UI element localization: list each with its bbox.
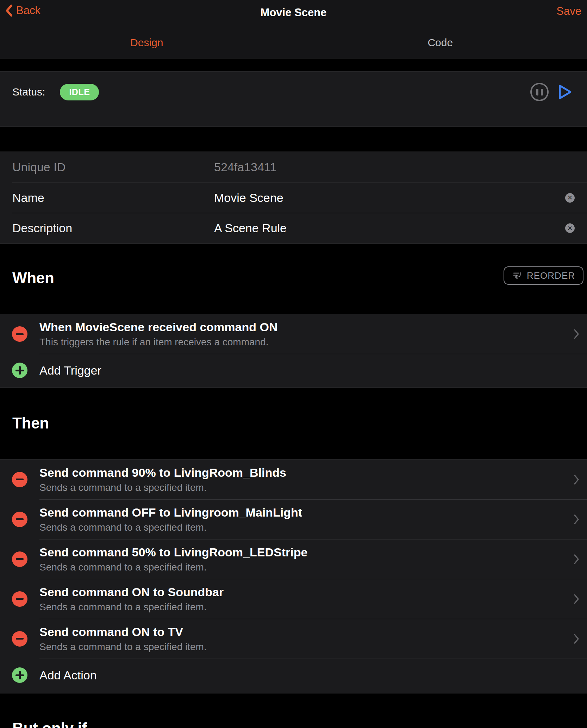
action-title: Send command OFF to Livingroom_MainLight <box>39 505 562 519</box>
icon-col <box>0 472 39 487</box>
trigger-row[interactable]: When MovieScene received command ON This… <box>0 314 587 354</box>
description-label: Description <box>12 221 214 235</box>
minus-icon <box>16 479 24 480</box>
action-row[interactable]: Send command 50% to LivingRoom_LEDStripe… <box>0 539 587 579</box>
reorder-icon <box>512 271 522 280</box>
page-title: Movie Scene <box>0 6 587 19</box>
trigger-title: When MovieScene received command ON <box>39 320 562 334</box>
unique-id-label: Unique ID <box>12 160 214 174</box>
action-text: Send command ON to Soundbar Sends a comm… <box>39 585 587 613</box>
clear-name-button[interactable]: ✕ <box>565 193 575 203</box>
remove-action-button[interactable] <box>12 512 27 527</box>
icon-col <box>0 363 39 378</box>
save-button[interactable]: Save <box>556 5 581 18</box>
but-only-if-heading: But only if <box>12 719 87 728</box>
name-field[interactable]: Movie Scene <box>214 191 565 205</box>
chevron-right-icon <box>574 514 579 525</box>
name-label: Name <box>12 191 214 205</box>
action-text: Send command OFF to Livingroom_MainLight… <box>39 505 587 533</box>
rule-form-card: Unique ID 524fa13411 Name Movie Scene ✕ … <box>0 152 587 244</box>
trigger-text: When MovieScene received command ON This… <box>39 320 587 348</box>
remove-action-button[interactable] <box>12 631 27 647</box>
play-button[interactable] <box>558 84 573 100</box>
action-subtitle: Sends a command to a specified item. <box>39 561 562 573</box>
tab-bar: Design Code <box>0 27 587 58</box>
icon-col <box>0 631 39 647</box>
remove-action-button[interactable] <box>12 551 27 567</box>
reorder-button[interactable]: REORDER <box>504 266 583 285</box>
action-row[interactable]: Send command 90% to LivingRoom_Blinds Se… <box>0 459 587 499</box>
action-title: Send command 90% to LivingRoom_Blinds <box>39 465 562 480</box>
when-heading: When <box>12 269 54 288</box>
status-card: Status: IDLE <box>0 71 587 127</box>
action-title: Send command ON to Soundbar <box>39 585 562 599</box>
minus-icon <box>16 518 24 520</box>
tab-code[interactable]: Code <box>294 37 587 49</box>
action-text: Send command 90% to LivingRoom_Blinds Se… <box>39 465 587 494</box>
icon-col <box>0 667 39 683</box>
action-subtitle: Sends a command to a specified item. <box>39 641 562 653</box>
add-action-label: Add Action <box>39 668 97 682</box>
then-heading: Then <box>12 414 49 433</box>
icon-col <box>0 591 39 607</box>
status-label: Status: <box>12 86 45 98</box>
description-field[interactable]: A Scene Rule <box>214 221 565 235</box>
status-badge: IDLE <box>60 84 99 100</box>
navbar: Back Movie Scene Save Design Code <box>0 0 587 58</box>
minus-icon <box>16 558 24 560</box>
icon-col <box>0 512 39 527</box>
action-title: Send command ON to TV <box>39 625 562 639</box>
add-trigger-button[interactable]: Add Trigger <box>0 354 587 387</box>
chevron-right-icon <box>574 594 579 604</box>
minus-icon <box>16 598 24 600</box>
action-row[interactable]: Send command ON to TV Sends a command to… <box>0 619 587 659</box>
reorder-label: REORDER <box>527 270 575 281</box>
action-row[interactable]: Send command ON to Soundbar Sends a comm… <box>0 579 587 619</box>
minus-icon <box>16 638 24 640</box>
chevron-right-icon <box>574 474 579 485</box>
pause-icon <box>536 89 538 95</box>
action-row[interactable]: Send command OFF to Livingroom_MainLight… <box>0 499 587 539</box>
chevron-right-icon <box>574 634 579 644</box>
minus-icon <box>16 333 24 335</box>
remove-action-button[interactable] <box>12 591 27 607</box>
action-subtitle: Sends a command to a specified item. <box>39 482 562 494</box>
form-row-name[interactable]: Name Movie Scene ✕ <box>0 183 587 213</box>
status-controls <box>530 83 573 101</box>
pause-icon <box>541 89 543 95</box>
tab-design[interactable]: Design <box>0 37 294 49</box>
icon-col <box>0 326 39 342</box>
action-text: Send command 50% to LivingRoom_LEDStripe… <box>39 545 587 573</box>
nav-top-row: Back Movie Scene Save <box>0 0 587 27</box>
clear-description-button[interactable]: ✕ <box>565 223 575 233</box>
trigger-subtitle: This triggers the rule if an item receiv… <box>39 336 562 348</box>
actions-list: Send command 90% to LivingRoom_Blinds Se… <box>0 459 587 693</box>
icon-col <box>0 551 39 567</box>
action-subtitle: Sends a command to a specified item. <box>39 522 562 533</box>
triggers-list: When MovieScene received command ON This… <box>0 314 587 388</box>
chevron-right-icon <box>574 554 579 564</box>
action-title: Send command 50% to LivingRoom_LEDStripe <box>39 545 562 559</box>
status-row: Status: IDLE <box>0 72 587 103</box>
play-icon <box>558 84 573 100</box>
remove-trigger-button[interactable] <box>12 326 27 342</box>
plus-icon <box>12 363 27 378</box>
form-row-unique-id: Unique ID 524fa13411 <box>0 152 587 183</box>
pause-button[interactable] <box>530 83 549 101</box>
plus-icon <box>12 667 27 683</box>
add-action-button[interactable]: Add Action <box>0 659 587 692</box>
action-text: Send command ON to TV Sends a command to… <box>39 625 587 653</box>
form-row-description[interactable]: Description A Scene Rule ✕ <box>0 213 587 243</box>
chevron-right-icon <box>574 329 579 339</box>
add-trigger-label: Add Trigger <box>39 364 101 377</box>
remove-action-button[interactable] <box>12 472 27 487</box>
action-subtitle: Sends a command to a specified item. <box>39 601 562 613</box>
unique-id-value: 524fa13411 <box>214 160 575 174</box>
